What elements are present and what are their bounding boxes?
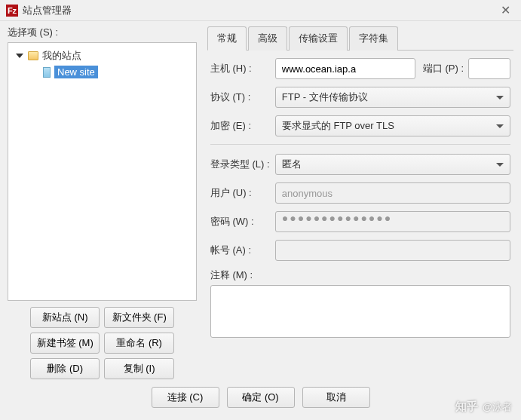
bottom-bar: 连接 (C) 确定 (O) 取消 <box>0 379 521 408</box>
logon-type-combo[interactable]: 匿名 <box>275 154 510 175</box>
tab-general[interactable]: 常规 <box>207 26 247 51</box>
connect-button[interactable]: 连接 (C) <box>152 387 219 408</box>
tree-root-label: 我的站点 <box>42 49 81 63</box>
protocol-label: 协议 (T) : <box>210 90 275 104</box>
protocol-value: FTP - 文件传输协议 <box>282 90 368 104</box>
port-input[interactable] <box>468 58 510 79</box>
dialog-body: 选择项 (S) : 我的站点 New site 新站点 (N) 新文件夹 (F)… <box>0 21 521 379</box>
new-bookmark-button[interactable]: 新建书签 (M) <box>30 333 100 354</box>
chevron-down-icon <box>496 163 504 167</box>
app-icon: Fz <box>6 5 18 17</box>
select-label: 选择项 (S) : <box>8 26 197 39</box>
general-form: 主机 (H) : 端口 (P) : 协议 (T) : FTP - 文件传输协议 … <box>207 51 513 340</box>
folder-icon <box>28 51 38 60</box>
copy-button[interactable]: 复制 (I) <box>104 358 173 379</box>
tab-charset[interactable]: 字符集 <box>349 26 398 51</box>
delete-button[interactable]: 删除 (D) <box>30 358 100 379</box>
encryption-label: 加密 (E) : <box>210 119 275 133</box>
divider <box>210 144 510 145</box>
encryption-value: 要求显式的 FTP over TLS <box>282 119 394 133</box>
account-label: 帐号 (A) : <box>210 244 275 257</box>
watermark: 知乎 @泳者 <box>455 400 512 414</box>
host-input[interactable] <box>275 58 415 79</box>
caret-down-icon[interactable] <box>16 54 23 58</box>
tab-transfer[interactable]: 传输设置 <box>289 26 348 51</box>
close-icon[interactable]: ✕ <box>496 3 515 17</box>
site-tree[interactable]: 我的站点 New site <box>8 42 197 301</box>
ok-button[interactable]: 确定 (O) <box>227 387 295 408</box>
window-title: 站点管理器 <box>23 4 496 17</box>
site-button-grid: 新站点 (N) 新文件夹 (F) 新建书签 (M) 重命名 (R) 删除 (D)… <box>8 307 197 379</box>
zhihu-logo: 知乎 <box>455 400 478 414</box>
encryption-combo[interactable]: 要求显式的 FTP over TLS <box>275 115 510 136</box>
user-label: 用户 (U) : <box>210 186 275 200</box>
password-label: 密码 (W) : <box>210 215 275 228</box>
comment-textarea[interactable] <box>210 285 510 338</box>
protocol-combo[interactable]: FTP - 文件传输协议 <box>275 87 510 108</box>
logon-type-label: 登录类型 (L) : <box>210 158 275 171</box>
logon-type-value: 匿名 <box>282 158 302 171</box>
password-input: ●●●●●●●●●●●●●● <box>275 211 510 232</box>
cancel-button[interactable]: 取消 <box>302 387 370 408</box>
tree-site-item[interactable]: New site <box>11 64 193 80</box>
account-input <box>275 240 510 261</box>
left-panel: 选择项 (S) : 我的站点 New site 新站点 (N) 新文件夹 (F)… <box>8 26 197 379</box>
comment-label: 注释 (M) : <box>210 268 253 282</box>
chevron-down-icon <box>496 124 504 128</box>
right-panel: 常规 高级 传输设置 字符集 主机 (H) : 端口 (P) : 协议 (T) … <box>197 26 513 379</box>
rename-button[interactable]: 重命名 (R) <box>104 333 173 354</box>
tree-root[interactable]: 我的站点 <box>11 48 193 64</box>
tree-site-label: New site <box>54 66 98 78</box>
new-folder-button[interactable]: 新文件夹 (F) <box>104 307 173 328</box>
user-input <box>275 182 510 204</box>
tab-bar: 常规 高级 传输设置 字符集 <box>207 26 513 51</box>
titlebar: Fz 站点管理器 ✕ <box>0 0 521 21</box>
tab-advanced[interactable]: 高级 <box>248 26 287 51</box>
new-site-button[interactable]: 新站点 (N) <box>30 307 100 328</box>
host-label: 主机 (H) : <box>210 62 275 75</box>
watermark-user: @泳者 <box>483 400 512 414</box>
chevron-down-icon <box>496 96 504 100</box>
port-label: 端口 (P) : <box>423 62 464 75</box>
site-icon <box>43 67 51 78</box>
